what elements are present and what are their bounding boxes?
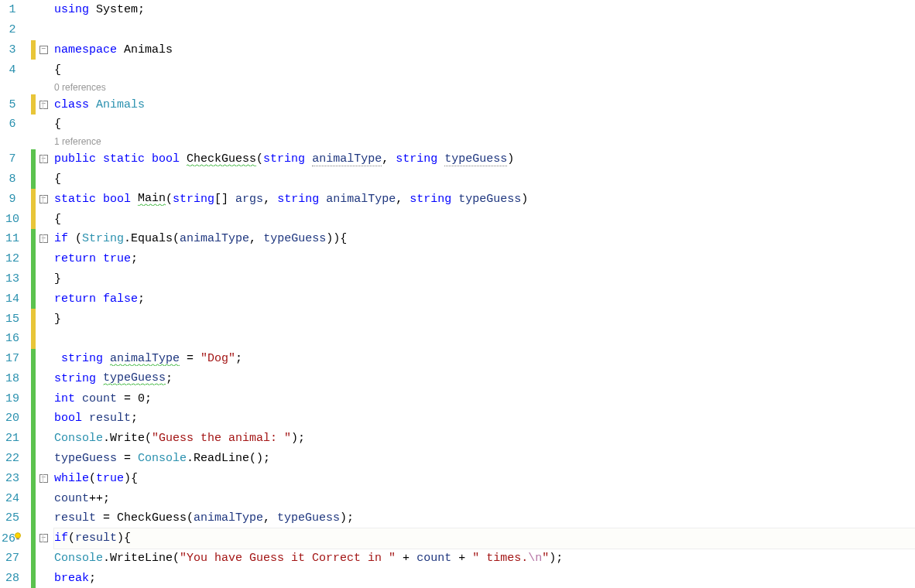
code-token <box>305 152 312 166</box>
code-line[interactable]: { <box>54 115 915 135</box>
line-number: 15 <box>0 313 31 326</box>
code-line[interactable]: return true; <box>54 249 915 269</box>
line-number: 28 <box>0 572 31 585</box>
code-line[interactable]: if(result){ <box>54 528 915 549</box>
code-token: class <box>54 98 89 111</box>
code-line[interactable]: return false; <box>54 289 915 309</box>
code-token: animalType <box>110 352 180 366</box>
code-line[interactable]: 1 reference <box>54 135 915 149</box>
code-area[interactable]: using System;namespace Animals{ 0 refere… <box>51 0 915 588</box>
code-token: public <box>54 152 96 166</box>
code-line[interactable]: { <box>54 209 915 229</box>
code-token: typeGuess <box>277 511 340 525</box>
line-number: 19 <box>0 392 31 405</box>
code-token: , <box>382 152 396 166</box>
code-line[interactable]: using System; <box>54 0 915 20</box>
code-line[interactable] <box>54 20 915 40</box>
code-token: Animals <box>89 98 145 111</box>
code-line[interactable]: bool result; <box>54 409 915 429</box>
code-token: ++; <box>89 492 110 505</box>
fold-toggle-icon[interactable]: − <box>39 195 48 203</box>
code-line[interactable]: public static bool CheckGuess(string ani… <box>54 149 915 169</box>
code-line[interactable]: Console.Write("Guess the animal: "); <box>54 429 915 449</box>
change-bar <box>31 349 36 369</box>
code-token: ; <box>138 292 145 306</box>
code-token: typeGuess <box>263 232 326 245</box>
codelens-label[interactable]: 1 reference <box>54 136 101 147</box>
code-line[interactable]: count++; <box>54 488 915 508</box>
change-bar <box>31 368 36 388</box>
code-token: Console <box>138 452 187 465</box>
code-line[interactable]: string typeGuess; <box>54 368 915 388</box>
fold-toggle-icon[interactable]: − <box>39 234 48 243</box>
code-line[interactable]: result = CheckGuess(animalType, typeGues… <box>54 508 915 528</box>
change-bar <box>31 80 36 94</box>
code-token: animalType <box>194 511 263 525</box>
gutter-row: 7− <box>0 149 51 169</box>
code-line[interactable]: { <box>54 60 915 80</box>
gutter-row <box>0 135 51 149</box>
line-number: 10 <box>0 213 31 226</box>
code-token: ; <box>89 572 96 585</box>
code-token: ( <box>68 232 82 245</box>
code-token: ){ <box>124 472 138 485</box>
code-line[interactable]: while(true){ <box>54 468 915 488</box>
codelens-label[interactable]: 0 references <box>54 82 106 93</box>
code-line[interactable]: break; <box>54 568 915 588</box>
code-token: )){ <box>326 232 347 245</box>
change-bar <box>31 449 36 469</box>
code-token: WriteLine <box>110 552 173 565</box>
fold-toggle-icon[interactable]: − <box>39 534 48 542</box>
fold-toggle-icon[interactable]: − <box>39 101 48 109</box>
line-number: 4 <box>0 63 31 77</box>
code-token: animalType <box>319 193 396 206</box>
code-token <box>180 152 187 166</box>
code-line[interactable]: { <box>54 169 915 190</box>
lightbulb-icon[interactable] <box>15 532 23 545</box>
code-token: true <box>96 472 124 485</box>
gutter: 123−45−67−89−1011−1213141516171819202122… <box>0 0 51 588</box>
code-token: using <box>54 3 89 16</box>
change-bar <box>31 0 36 20</box>
gutter-row: 14 <box>0 289 51 309</box>
code-token: typeGuess <box>444 152 507 166</box>
code-token: CheckGuess <box>187 152 256 166</box>
code-token <box>437 152 444 166</box>
code-line[interactable]: class Animals <box>54 94 915 115</box>
code-line[interactable]: Console.WriteLine("You have Guess it Cor… <box>54 549 915 569</box>
fold-column: − <box>36 195 51 203</box>
code-token: animalType <box>312 152 382 166</box>
code-line[interactable]: namespace Animals <box>54 40 915 60</box>
code-line[interactable]: } <box>54 309 915 329</box>
code-token: typeGuess <box>54 452 117 465</box>
code-line[interactable] <box>54 329 915 349</box>
code-line[interactable]: typeGuess = Console.ReadLine(); <box>54 449 915 469</box>
code-token: } <box>54 313 61 326</box>
gutter-row: 10 <box>0 209 51 229</box>
change-bar <box>31 249 36 269</box>
code-line[interactable]: string animalType = "Dog"; <box>54 349 915 369</box>
gutter-row: 23− <box>0 468 51 488</box>
code-line[interactable]: int count = 0; <box>54 388 915 409</box>
code-token: " <box>542 552 549 565</box>
change-bar <box>31 60 36 80</box>
fold-column: − <box>36 474 51 483</box>
line-number: 1 <box>0 3 31 16</box>
line-number: 24 <box>0 492 31 505</box>
code-token: result <box>82 412 131 425</box>
fold-toggle-icon[interactable]: − <box>39 46 48 54</box>
code-token: (); <box>249 452 270 465</box>
line-number: 6 <box>0 118 31 131</box>
code-token: 0 <box>138 392 145 405</box>
code-token: args <box>235 193 263 206</box>
fold-toggle-icon[interactable]: − <box>39 155 48 163</box>
line-number: 9 <box>0 193 31 206</box>
line-number: 27 <box>0 552 31 565</box>
code-line[interactable]: 0 references <box>54 80 915 94</box>
code-line[interactable]: } <box>54 269 915 289</box>
code-token: = <box>117 392 138 405</box>
fold-toggle-icon[interactable]: − <box>39 474 48 483</box>
code-line[interactable]: if (String.Equals(animalType, typeGuess)… <box>54 229 915 249</box>
code-token: static <box>96 152 145 166</box>
code-line[interactable]: static bool Main(string[] args, string a… <box>54 189 915 209</box>
